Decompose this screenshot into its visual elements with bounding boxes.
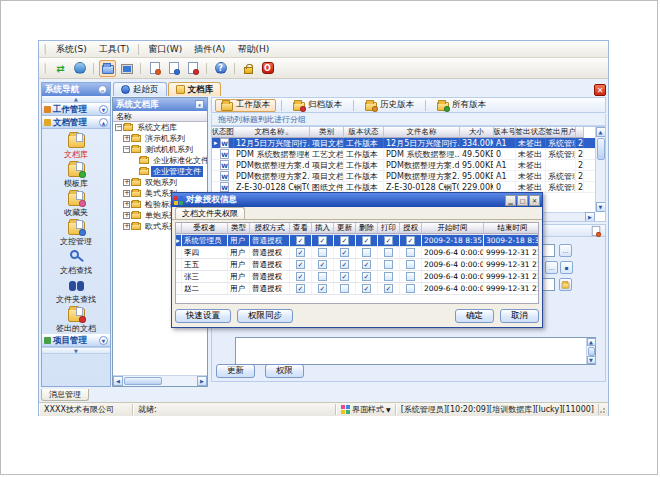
table-row[interactable]: WPDM 系统数据整理检...工艺文档工作版本PDM 系统数据整理...49.5… [212,149,605,160]
permission-row[interactable]: 王五用户普通授权✓✓✓✓2009-6-4 0:00:009999-12-31 2… [176,259,538,271]
sidebar-section-文档管理[interactable]: 文档管理▲ [42,116,110,129]
permission-row[interactable]: 张三用户普通授权✓✓✓2009-6-4 0:00:009999-12-31 23… [176,271,538,283]
folder-browse-icon[interactable] [559,278,572,291]
panel-properties-icon[interactable] [592,225,601,235]
sidebar-scrollup-button[interactable]: ▲ [42,96,110,103]
perm-column-打印[interactable]: 打印 [378,223,400,234]
remark-textarea[interactable]: ▲ ▼ [235,337,596,365]
permission-row[interactable]: ▸系统管理员用户普通授权✓✓✓✓✓✓2009-2-18 8:35:573009-… [176,235,538,247]
menu-item-4[interactable]: 插件(A) [188,42,231,57]
resize-grip[interactable] [599,406,607,414]
close-icon[interactable]: ✕ [529,195,540,206]
sidebar-item-文档库[interactable]: 文档库 [42,131,110,160]
button-确定[interactable]: 确定 [455,309,494,323]
sidebar-item-收藏夹[interactable]: 收藏夹 [42,189,110,218]
help-icon[interactable]: ? [212,60,229,77]
button-更新[interactable]: 更新 [216,364,255,378]
checkbox-unchecked[interactable] [406,272,415,281]
grid-column-类别[interactable]: 类别 [310,127,344,138]
scroll-down-icon[interactable]: ▼ [596,202,606,212]
exit-icon[interactable]: O [259,60,276,77]
checkbox-unchecked[interactable] [318,248,327,257]
table-row[interactable]: ▸W12月5日万兴隆同行...项目文档工作版本12月5日万兴隆同行...334.… [212,138,605,149]
menubar-grip[interactable] [43,44,46,55]
grid-column-签出状态[interactable]: 签出状态 [516,127,546,138]
perm-column-授权方式[interactable]: 授权方式 [250,223,290,234]
checkbox-unchecked[interactable] [340,284,349,293]
checkbox-unchecked[interactable] [406,284,415,293]
checkbox-checked[interactable]: ✓ [362,260,371,269]
field2-ellipsis-icon[interactable]: … [545,261,558,274]
checkbox-checked[interactable]: ✓ [362,284,371,293]
sidebar-section-工作管理[interactable]: 工作管理▼ [42,103,110,116]
sync-icon[interactable]: ⇄ [52,60,69,77]
sidebar-collapse-icon[interactable]: « [98,85,107,94]
perm-column-删除[interactable]: 删除 [356,223,378,234]
remark-vscrollbar[interactable]: ▲ ▼ [586,338,595,364]
perm-column-结束时间[interactable]: 结束时间 [484,223,539,234]
new-document-icon[interactable] [146,60,163,77]
version-tab-工作版本[interactable]: 工作版本 [215,99,276,112]
menu-item-5[interactable]: 帮助(H) [231,42,275,57]
grid-column-大小[interactable]: 大小 [460,127,494,138]
checkbox-unchecked[interactable] [406,260,415,269]
menu-item-0[interactable]: 系统(S) [50,42,93,57]
perm-column-受权者[interactable]: 受权者 [182,223,228,234]
tree-column-header[interactable]: 名称 [113,111,207,122]
checkbox-checked[interactable]: ✓ [296,248,305,257]
expand-plus-icon[interactable]: + [123,212,130,219]
expand-plus-icon[interactable]: + [123,179,130,186]
checkbox-unchecked[interactable] [362,248,371,257]
grid-column-签出用户[interactable]: 签出用户 [546,127,576,138]
menu-item-1[interactable]: 工具(T) [93,42,136,57]
scroll-right-icon[interactable]: ▶ [585,212,595,222]
tree-panel-menu-icon[interactable]: ▾ [195,100,204,109]
sidebar-scrolldown-button[interactable]: ▼ [42,347,110,354]
homepage-globe-icon[interactable] [71,60,88,77]
grid-column-extra[interactable] [576,127,584,138]
field2-browse-icon[interactable]: ▪ [560,261,573,274]
tree-node-演示机系列[interactable]: +演示机系列 [113,133,207,144]
collapse-minus-icon[interactable]: − [115,124,122,131]
checkbox-checked[interactable]: ✓ [296,284,305,293]
minimize-icon[interactable]: ▁ [505,195,516,206]
chevron-down-icon[interactable]: ▼ [99,105,108,114]
checkbox-checked[interactable]: ✓ [340,248,349,257]
checkbox-checked[interactable]: ✓ [362,272,371,281]
field1-ellipsis-icon[interactable]: … [559,244,572,257]
checkbox-unchecked[interactable] [406,248,415,257]
checkbox-checked[interactable]: ✓ [318,236,327,245]
tree-node-企业标准化文件[interactable]: 企业标准化文件 [113,155,207,166]
perm-column-查看[interactable]: 查看 [290,223,312,234]
grid-vscrollbar[interactable]: ▲ ▼ [595,127,605,212]
version-tab-历史版本[interactable]: 历史版本 [359,99,420,112]
scroll-down-icon[interactable]: ▼ [587,356,596,364]
version-tab-归档版本[interactable]: 归档版本 [287,99,348,112]
table-row[interactable]: WPDM数据整理方案2.doc项目文档工作版本PDM数据整理方案2.doc95.… [212,171,605,182]
open-document-icon[interactable] [165,60,182,77]
checkbox-unchecked[interactable] [384,260,393,269]
perm-column-更新[interactable]: 更新 [334,223,356,234]
tree-node-系统文档库[interactable]: −系统文档库 [113,122,207,133]
version-tab-所有版本[interactable]: 所有版本 [431,99,492,112]
grid-vscroll-thumb[interactable] [597,138,605,160]
scroll-left-icon[interactable]: ◀ [113,376,123,386]
tree-node-企业管理文件[interactable]: 企业管理文件 [113,166,207,177]
sidebar-item-文控管理[interactable]: 文控管理 [42,218,110,247]
sidebar-item-签出的文档[interactable]: 签出的文档 [42,305,110,334]
checkbox-checked[interactable]: ✓ [296,236,305,245]
lock-icon[interactable] [240,60,257,77]
grid-column-文档名称[interactable]: 文档名称▵ [234,127,310,138]
remark-scroll-thumb[interactable] [588,347,595,356]
tab-folder-permissions[interactable]: 文档文件夹权限 [175,207,245,219]
button-取消[interactable]: 取消 [500,309,539,323]
expand-plus-icon[interactable]: + [123,190,130,197]
maximize-icon[interactable]: □ [517,195,528,206]
permission-row[interactable]: 赵二用户普通授权✓✓✓✓2009-6-4 0:00:009999-12-31 2… [176,283,538,295]
checkbox-checked[interactable]: ✓ [384,284,393,293]
expand-plus-icon[interactable]: + [123,201,130,208]
sidebar-item-文档查找[interactable]: 文档查找 [42,247,110,276]
scroll-up-icon[interactable]: ▲ [596,127,606,137]
expand-plus-icon[interactable]: + [123,135,130,142]
chevron-up-icon[interactable]: ▲ [99,118,108,127]
